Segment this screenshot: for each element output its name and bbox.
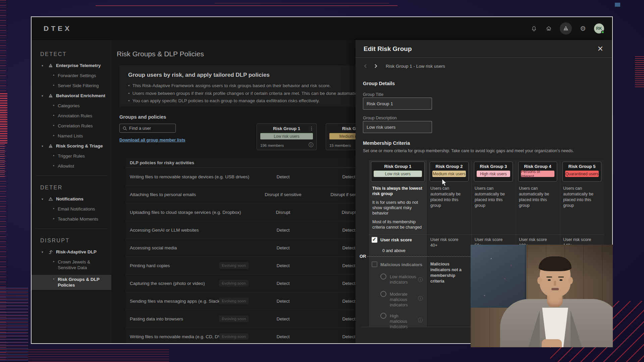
group-badge: Persons of interest: [521, 171, 554, 177]
chevron-right-icon[interactable]: [373, 63, 378, 69]
risk-group-card-1[interactable]: Risk Group 1 ⋮ Low risk users 196 member…: [257, 123, 317, 150]
download-group-lists-link[interactable]: Download all group member lists: [119, 138, 185, 142]
risk-group-3-header[interactable]: Risk Group 3 High risk users: [474, 162, 513, 182]
table-row[interactable]: Attaching files to personal emails Disru…: [126, 185, 361, 203]
gavel-icon: [48, 249, 53, 255]
group-badge: Medium risk users: [432, 171, 466, 177]
policy-group1-value[interactable]: Disrupt: [260, 203, 307, 221]
sidebar-item-forwarder-settings[interactable]: •Forwarder Settings: [53, 73, 111, 78]
info-icon[interactable]: ⓘ: [418, 317, 423, 323]
group-description-field[interactable]: [363, 121, 432, 133]
sidebar-item-annotation-rules[interactable]: •Annotation Rules: [53, 113, 111, 119]
sidebar-item-named-lists[interactable]: •Named Lists: [53, 133, 111, 139]
info-icon[interactable]: ⓘ: [309, 142, 313, 148]
group-title-field[interactable]: [363, 98, 432, 110]
bell-icon[interactable]: [530, 25, 538, 32]
activity-label: Accessing social media: [130, 239, 177, 257]
sidebar-item-risk-scoring-triage[interactable]: ▾ Risk Scoring & Triage: [42, 143, 111, 149]
caret-down-icon[interactable]: ▾: [42, 144, 45, 148]
presenter-video-overlay[interactable]: [471, 245, 613, 347]
group3-description-cell: Users can automatically be placed into t…: [475, 186, 510, 208]
sidebar-item-risk-groups-dlp-policies[interactable]: •Risk Groups & DLP Policies: [32, 275, 111, 290]
info-icon[interactable]: ⓘ: [418, 296, 423, 302]
group-title: Risk Group 5: [563, 164, 601, 169]
bullet-icon: •: [53, 259, 54, 265]
table-row[interactable]: Accessing GenAI or LLM websites Detect D…: [126, 221, 361, 239]
sidebar-item-risk-adaptive-dlp[interactable]: ▾ Risk-Adaptive DLP: [42, 249, 111, 255]
search-icon: [122, 126, 127, 131]
home-icon[interactable]: [545, 25, 552, 32]
risk-group-1-header[interactable]: Risk Group 1 Low risk users: [371, 162, 425, 182]
avatar[interactable]: RK: [594, 23, 604, 34]
policy-group1-value[interactable]: Detect: [260, 328, 307, 344]
kebab-menu-icon[interactable]: ⋮: [309, 126, 314, 131]
low-malicious-radio[interactable]: [380, 274, 386, 280]
sidebar-item-allowlist[interactable]: •Allowlist: [53, 163, 111, 169]
policy-group1-value[interactable]: Detect: [260, 275, 307, 292]
policy-group1-value[interactable]: Detect: [260, 310, 307, 328]
sidebar-item-correlation-rules[interactable]: •Correlation Rules: [53, 123, 111, 129]
group2-malicious-note: Malicious indicators not a membership cr…: [430, 261, 466, 284]
caret-down-icon[interactable]: ▾: [42, 64, 45, 67]
score-label: User risk score: [563, 237, 591, 242]
sidebar-item-enterprise-telemetry[interactable]: ▾ Enterprise Telemetry: [42, 63, 111, 68]
presenter-hair: [539, 256, 572, 271]
table-row[interactable]: Printing hard copies Evolving soon Detec…: [126, 256, 361, 274]
risk-group-5-header[interactable]: Risk Group 5 Quarantined users: [562, 162, 601, 182]
sidebar-item-server-side-filtering[interactable]: •Server Side Filtering: [53, 83, 111, 88]
sidebar-item-trigger-rules[interactable]: •Trigger Rules: [53, 153, 111, 159]
caret-down-icon[interactable]: ▾: [42, 197, 45, 201]
chevron-left-icon[interactable]: [363, 63, 368, 69]
sidebar-item-email-notifications[interactable]: •Email Notifications: [53, 206, 111, 212]
policy-group1-value[interactable]: Detect: [260, 221, 307, 239]
activity-label: Writing files to removable media (e.g. C…: [130, 328, 226, 344]
sidebar-section-disrupt: DISRUPT: [40, 238, 111, 244]
avatar-initials: RK: [596, 26, 602, 31]
sidebar-item-behavioral-enrichment[interactable]: ▾ Behavioral Enrichment: [42, 93, 111, 99]
glitch-right-streak: [635, 56, 644, 88]
sidebar-item-notifications[interactable]: ▾ Notifications: [42, 196, 111, 202]
sidebar: DETECT ▾ Enterprise Telemetry •Forwarder…: [32, 40, 111, 343]
search-input[interactable]: [129, 126, 169, 131]
close-icon[interactable]: ✕: [597, 45, 603, 53]
evolving-soon-badge: Evolving soon: [219, 315, 249, 322]
glitch-bottom-strip: [28, 349, 169, 362]
risk-pyramid-icon-active[interactable]: [560, 22, 572, 35]
table-row[interactable]: Sending files via messaging apps (e.g. S…: [126, 292, 361, 310]
sidebar-item-categories[interactable]: •Categories: [53, 103, 111, 109]
bullet-icon: •: [53, 123, 54, 129]
bullet-icon: •: [53, 206, 54, 212]
sidebar-item-teachable-moments[interactable]: •Teachable Moments: [53, 216, 111, 222]
policy-group1-value[interactable]: Detect: [260, 168, 307, 186]
policy-group1-value[interactable]: Detect: [260, 257, 307, 275]
caret-down-icon[interactable]: ▾: [42, 94, 45, 98]
info-icon[interactable]: ⓘ: [418, 277, 423, 283]
table-row[interactable]: Capturing the screen (photo or video) Ev…: [126, 274, 361, 292]
moderate-malicious-radio[interactable]: [380, 291, 386, 297]
membership-criteria-description: Set one or more criteria for group membe…: [363, 148, 574, 153]
risk-group-4-header[interactable]: Risk Group 4 Persons of interest: [518, 162, 557, 182]
user-search[interactable]: [119, 124, 176, 133]
pagination-label: Risk Group 1 - Low risk users: [386, 64, 445, 69]
caret-down-icon[interactable]: ▾: [42, 250, 45, 254]
group1-desc-title: This is always the lowest risk group: [372, 186, 423, 196]
malicious-indicators-checkbox[interactable]: [372, 261, 377, 267]
table-row[interactable]: Pasting data into browsers Evolving soon…: [126, 310, 361, 327]
glitch-left-low: [0, 144, 5, 178]
gear-icon[interactable]: ⚙: [579, 25, 587, 32]
pyramid-icon: [48, 93, 53, 99]
table-row[interactable]: Writing files to removable storage devic…: [126, 168, 361, 185]
user-risk-score-checkbox[interactable]: [372, 237, 377, 243]
table-row[interactable]: Writing files to removable media (e.g. C…: [126, 327, 361, 344]
risk-group-2-header[interactable]: Risk Group 2 Medium risk users: [430, 162, 469, 182]
topbar: DTEX ⚙ RK: [32, 17, 612, 40]
policy-group1-value[interactable]: Detect: [260, 239, 307, 257]
sidebar-item-label: Correlation Rules: [58, 123, 108, 129]
sidebar-item-crown-jewels[interactable]: •Crown Jewels & Sensitive Data: [53, 259, 111, 270]
high-malicious-radio[interactable]: [380, 313, 386, 319]
policy-group1-value[interactable]: Disrupt if sensitive: [260, 186, 307, 203]
policy-group1-value[interactable]: Detect: [260, 292, 307, 310]
table-row[interactable]: Uploading files to cloud storage service…: [126, 203, 361, 221]
table-row[interactable]: Accessing social media Detect Detect: [126, 239, 361, 256]
bullet-icon: •: [53, 113, 54, 119]
